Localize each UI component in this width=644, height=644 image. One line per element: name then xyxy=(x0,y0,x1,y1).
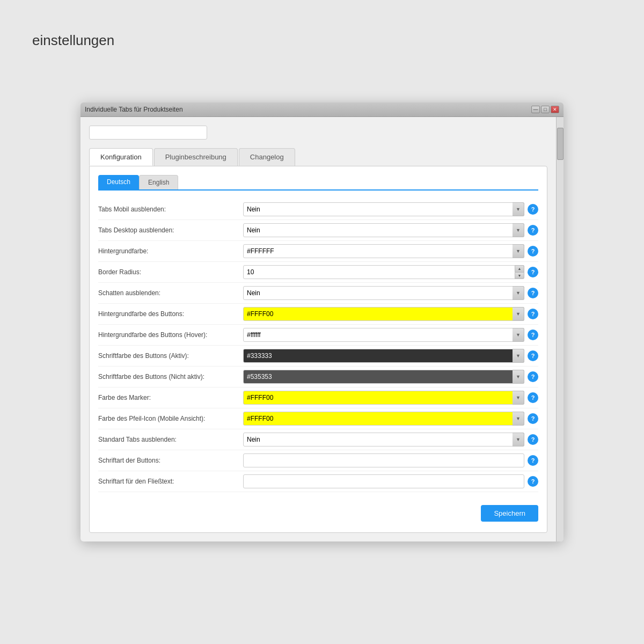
select-wrap-tabs-mobil: NeinJa ▼ xyxy=(243,202,524,216)
increment-arrow[interactable]: ▲ xyxy=(515,265,524,272)
control-tabs-desktop: NeinJa ▼ ? xyxy=(243,223,538,237)
help-button-font-buttons-inactive[interactable]: ? xyxy=(528,371,538,382)
input-hintergrundfarbe[interactable] xyxy=(243,244,524,258)
save-button[interactable]: Speichern xyxy=(481,505,538,522)
scrollbar[interactable] xyxy=(556,117,564,541)
decrement-arrow[interactable]: ▼ xyxy=(515,272,524,280)
settings-row: Tabs Desktop ausblenden: NeinJa ▼ ? xyxy=(98,220,538,241)
select-schatten[interactable]: NeinJa xyxy=(243,286,524,300)
window-content: Konfiguration Pluginbeschreibung Changel… xyxy=(80,117,564,541)
search-input[interactable] xyxy=(89,126,207,140)
maximize-button[interactable]: □ xyxy=(541,106,550,113)
label-bg-buttons-hover: Hintergrundfarbe des Buttons (Hover): xyxy=(98,331,243,339)
footer-row: Speichern xyxy=(98,499,538,524)
settings-row: Farbe des Marker: ▼ ? xyxy=(98,387,538,408)
main-tabs: Konfiguration Pluginbeschreibung Changel… xyxy=(89,148,547,166)
minimize-button[interactable]: — xyxy=(531,106,540,113)
input-bg-buttons[interactable] xyxy=(243,307,524,321)
select-tabs-desktop[interactable]: NeinJa xyxy=(243,223,524,237)
color-wrap-farbe-pfeil: ▼ xyxy=(243,412,524,426)
search-bar-area xyxy=(89,126,547,140)
label-farbe-marker: Farbe des Marker: xyxy=(98,394,243,401)
config-panel: Deutsch English Tabs Mobil ausblenden: N… xyxy=(89,166,547,533)
close-button[interactable]: ✕ xyxy=(551,106,559,113)
label-standard-tabs: Standard Tabs ausblenden: xyxy=(98,436,243,443)
settings-row: Standard Tabs ausblenden: NeinJa ▼ ? xyxy=(98,429,538,450)
number-wrap-border-radius: ▲ ▼ xyxy=(243,265,524,279)
settings-row: Hintergrundfarbe: ▼ ? xyxy=(98,241,538,262)
select-standard-tabs[interactable]: NeinJa xyxy=(243,433,524,447)
settings-row: Schriftart der Buttons: ? xyxy=(98,450,538,471)
help-button-farbe-pfeil[interactable]: ? xyxy=(528,413,538,424)
help-button-farbe-marker[interactable]: ? xyxy=(528,392,538,403)
input-schriftart-buttons[interactable] xyxy=(243,453,524,467)
help-button-tabs-mobil[interactable]: ? xyxy=(528,204,538,215)
window-title: Individuelle Tabs für Produktseiten xyxy=(85,106,183,113)
color-wrap-font-buttons-aktiv: ▼ xyxy=(243,349,524,363)
help-button-schriftart-fliesstext[interactable]: ? xyxy=(528,476,538,487)
tab-changelog[interactable]: Changelog xyxy=(239,148,295,166)
help-button-bg-buttons-hover[interactable]: ? xyxy=(528,330,538,340)
help-button-hintergrundfarbe[interactable]: ? xyxy=(528,246,538,257)
color-wrap-font-buttons-inactive: ▼ xyxy=(243,370,524,384)
help-button-standard-tabs[interactable]: ? xyxy=(528,434,538,445)
control-border-radius: ▲ ▼ ? xyxy=(243,265,538,279)
tab-pluginbeschreibung[interactable]: Pluginbeschreibung xyxy=(154,148,238,166)
settings-row: Farbe des Pfeil-Icon (Mobile Ansicht): ▼… xyxy=(98,408,538,429)
control-font-buttons-aktiv: ▼ ? xyxy=(243,349,538,363)
input-font-buttons-aktiv[interactable] xyxy=(243,349,524,363)
control-hintergrundfarbe: ▼ ? xyxy=(243,244,538,258)
control-schatten: NeinJa ▼ ? xyxy=(243,286,538,300)
select-wrap-tabs-desktop: NeinJa ▼ xyxy=(243,223,524,237)
color-wrap-hintergrundfarbe: ▼ xyxy=(243,244,524,258)
help-button-font-buttons-aktiv[interactable]: ? xyxy=(528,350,538,361)
settings-row: Tabs Mobil ausblenden: NeinJa ▼ ? xyxy=(98,199,538,220)
number-arrows: ▲ ▼ xyxy=(515,265,524,279)
settings-row: Schriftfarbe des Buttons (Aktiv): ▼ ? xyxy=(98,346,538,367)
select-tabs-mobil[interactable]: NeinJa xyxy=(243,202,524,216)
select-wrap-schatten: NeinJa ▼ xyxy=(243,286,524,300)
input-font-buttons-inactive[interactable] xyxy=(243,370,524,384)
control-farbe-marker: ▼ ? xyxy=(243,391,538,405)
control-schriftart-fliesstext: ? xyxy=(243,474,538,488)
label-tabs-desktop: Tabs Desktop ausblenden: xyxy=(98,226,243,234)
input-border-radius[interactable] xyxy=(243,265,524,279)
lang-tab-english[interactable]: English xyxy=(139,175,178,189)
settings-rows: Tabs Mobil ausblenden: NeinJa ▼ ? xyxy=(98,199,538,492)
input-bg-buttons-hover[interactable] xyxy=(243,328,524,342)
help-button-schriftart-buttons[interactable]: ? xyxy=(528,455,538,466)
label-schriftart-fliesstext: Schriftart für den Fließtext: xyxy=(98,478,243,485)
main-area: Konfiguration Pluginbeschreibung Changel… xyxy=(80,117,556,541)
lang-tabs: Deutsch English xyxy=(98,175,538,191)
label-schriftart-buttons: Schriftart der Buttons: xyxy=(98,457,243,464)
settings-row: Schatten ausblenden: NeinJa ▼ ? xyxy=(98,283,538,304)
settings-row: Hintergrundfarbe des Buttons: ▼ ? xyxy=(98,304,538,325)
label-font-buttons-aktiv: Schriftfarbe des Buttons (Aktiv): xyxy=(98,352,243,360)
scrollbar-thumb[interactable] xyxy=(557,128,564,160)
label-tabs-mobil: Tabs Mobil ausblenden: xyxy=(98,206,243,213)
help-button-border-radius[interactable]: ? xyxy=(528,267,538,277)
select-wrap-standard-tabs: NeinJa ▼ xyxy=(243,433,524,447)
lang-tab-deutsch[interactable]: Deutsch xyxy=(98,175,139,189)
window-controls: — □ ✕ xyxy=(531,106,559,113)
input-farbe-marker[interactable] xyxy=(243,391,524,405)
control-farbe-pfeil: ▼ ? xyxy=(243,412,538,426)
help-button-schatten[interactable]: ? xyxy=(528,288,538,298)
tab-konfiguration[interactable]: Konfiguration xyxy=(89,148,153,166)
color-wrap-bg-buttons: ▼ xyxy=(243,307,524,321)
color-wrap-farbe-marker: ▼ xyxy=(243,391,524,405)
color-wrap-bg-buttons-hover: ▼ xyxy=(243,328,524,342)
control-tabs-mobil: NeinJa ▼ ? xyxy=(243,202,538,216)
settings-row: Border Radius: ▲ ▼ ? xyxy=(98,262,538,283)
input-schriftart-fliesstext[interactable] xyxy=(243,474,524,488)
label-font-buttons-inactive: Schriftfarbe des Buttons (Nicht aktiv): xyxy=(98,373,243,380)
help-button-bg-buttons[interactable]: ? xyxy=(528,309,538,319)
settings-row: Schriftfarbe des Buttons (Nicht aktiv): … xyxy=(98,367,538,387)
help-button-tabs-desktop[interactable]: ? xyxy=(528,225,538,236)
control-standard-tabs: NeinJa ▼ ? xyxy=(243,433,538,447)
settings-row: Schriftart für den Fließtext: ? xyxy=(98,471,538,492)
window: Individuelle Tabs für Produktseiten — □ … xyxy=(80,103,564,541)
label-border-radius: Border Radius: xyxy=(98,268,243,276)
input-farbe-pfeil[interactable] xyxy=(243,412,524,426)
label-bg-buttons: Hintergrundfarbe des Buttons: xyxy=(98,310,243,318)
